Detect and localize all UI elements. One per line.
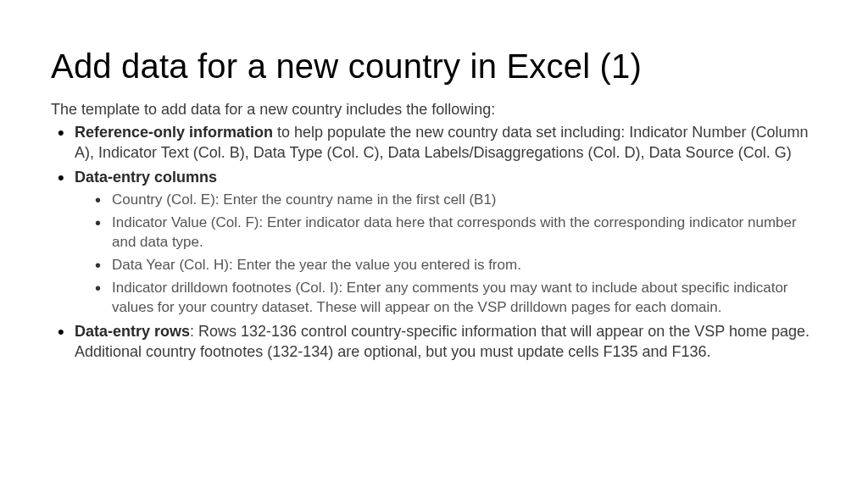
intro-text: The template to add data for a new count…	[51, 101, 817, 119]
sub-list-item: Data Year (Col. H): Enter the year the v…	[112, 256, 817, 275]
list-item: Data-entry rows: Rows 132-136 control co…	[75, 321, 817, 363]
sub-list-item: Country (Col. E): Enter the country name…	[112, 191, 817, 210]
list-item: Data-entry columns Country (Col. E): Ent…	[75, 167, 817, 318]
list-item: Reference-only information to help popul…	[75, 122, 817, 164]
bullet-list: Reference-only information to help popul…	[51, 122, 817, 362]
bold-label: Data-entry columns	[75, 169, 217, 186]
sub-list: Country (Col. E): Enter the country name…	[75, 191, 817, 318]
slide-title: Add data for a new country in Excel (1)	[51, 47, 817, 86]
bold-label: Reference-only information	[75, 124, 273, 141]
bold-label: Data-entry rows	[75, 323, 190, 340]
sub-list-item: Indicator Value (Col. F): Enter indicato…	[112, 214, 817, 252]
sub-list-item: Indicator drilldown footnotes (Col. I): …	[112, 279, 817, 318]
